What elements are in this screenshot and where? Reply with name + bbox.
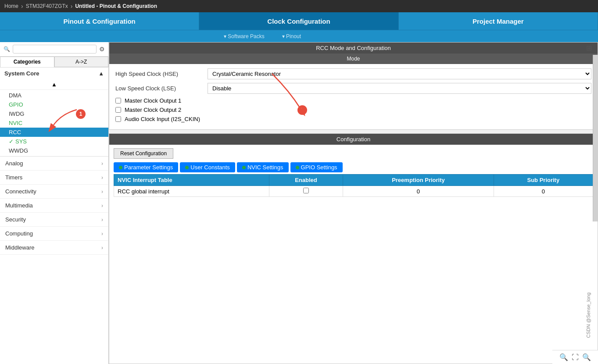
sidebar-item-wwdg[interactable]: WWDG: [0, 146, 108, 155]
sidebar-item-gpio[interactable]: GPIO: [0, 100, 108, 109]
breadcrumb-current: Untitled - Pinout & Configuration: [75, 3, 157, 9]
gear-icon[interactable]: ⚙: [99, 46, 105, 53]
i2s-checkbox[interactable]: [115, 116, 121, 122]
nvic-header-sub: Sub Priority: [494, 175, 593, 186]
zoom-out-icon[interactable]: 🔍: [559, 353, 568, 361]
tab-project[interactable]: Project Manager: [399, 12, 598, 30]
nvic-table: NVIC Interrupt Table Enabled Preemption …: [114, 174, 593, 197]
user-const-dot: [185, 166, 189, 169]
lse-select[interactable]: Disable: [208, 83, 591, 94]
breadcrumb-bar: Home › STM32F407ZGTx › Untitled - Pinout…: [0, 0, 598, 12]
up-arrow-icon: ▲: [51, 81, 57, 88]
mode-panel-body: High Speed Clock (HSE) Crystal/Ceramic R…: [109, 64, 598, 129]
sidebar-item-computing[interactable]: Computing ›: [0, 227, 108, 241]
sidebar-item-iwdg[interactable]: IWDG: [0, 109, 108, 118]
main-tab-bar: Pinout & Configuration Clock Configurati…: [0, 12, 598, 30]
analog-expand-icon: ›: [101, 161, 103, 167]
search-icon: 🔍: [4, 46, 10, 52]
mco1-label: Master Clock Output 1: [125, 97, 181, 104]
nvic-header-preemption: Preemption Priority: [343, 175, 494, 186]
mco2-label: Master Clock Output 2: [125, 107, 181, 113]
search-bar: 🔍 ⚙: [0, 42, 108, 57]
breadcrumb-device[interactable]: STM32F407ZGTx: [26, 3, 68, 9]
mco2-row: Master Clock Output 2: [115, 107, 591, 113]
system-core-section: System Core ▲ ▲ DMA GPIO IWDG NVIC: [0, 68, 108, 157]
config-tab-user-const[interactable]: User Constants: [180, 162, 235, 172]
right-scrollbar[interactable]: [593, 55, 598, 221]
connectivity-expand-icon: ›: [101, 189, 103, 195]
mode-panel: RCC Mode and Configuration Mode High Spe…: [109, 42, 598, 130]
fit-icon[interactable]: ⛶: [572, 353, 579, 361]
config-panel: Configuration Reset Configuration Parame…: [109, 133, 598, 364]
sidebar-item-rcc[interactable]: RCC: [0, 128, 108, 137]
mode-section-label: Mode: [109, 54, 598, 64]
sidebar-item-security[interactable]: Security ›: [0, 213, 108, 227]
breadcrumb-home[interactable]: Home: [4, 3, 18, 9]
sidebar-item-timers[interactable]: Timers ›: [0, 171, 108, 185]
mco1-row: Master Clock Output 1: [115, 97, 591, 104]
tab-categories[interactable]: Categories: [0, 57, 54, 67]
config-tab-gpio[interactable]: GPIO Settings: [290, 162, 343, 172]
search-input[interactable]: [13, 45, 97, 54]
mode-panel-title: RCC Mode and Configuration: [109, 43, 598, 54]
sub-tab-bar: ▾ Software Packs ▾ Pinout: [0, 30, 598, 42]
nvic-dot: [242, 166, 246, 169]
sidebar-item-sys[interactable]: ✓ SYS: [0, 137, 108, 146]
multimedia-expand-icon: ›: [101, 203, 103, 209]
hse-label: High Speed Clock (HSE): [115, 71, 203, 77]
config-panel-title: Configuration: [109, 134, 598, 145]
bottom-bar: 🔍 ⛶ 🔍: [552, 350, 598, 364]
system-core-label: System Core: [4, 70, 39, 77]
i2s-label: Audio Clock Input (I2S_CKIN): [125, 116, 200, 122]
timers-expand-icon: ›: [101, 175, 103, 181]
sidebar-tab-buttons: Categories A->Z: [0, 57, 108, 68]
sidebar-item-middleware[interactable]: Middleware ›: [0, 241, 108, 255]
watermark: CSDN @Sense_long: [586, 293, 591, 338]
nvic-row-preemption: 0: [343, 186, 494, 197]
zoom-in-icon[interactable]: 🔍: [582, 353, 591, 361]
lse-label: Low Speed Clock (LSE): [115, 85, 203, 92]
grid-icon[interactable]: ⊞: [586, 44, 592, 52]
sidebar-item-multimedia[interactable]: Multimedia ›: [0, 199, 108, 213]
middleware-expand-icon: ›: [101, 245, 103, 251]
sidebar-item-dma[interactable]: DMA: [0, 91, 108, 100]
sidebar-item-connectivity[interactable]: Connectivity ›: [0, 185, 108, 199]
nvic-header-name: NVIC Interrupt Table: [114, 175, 269, 186]
nvic-row-name: RCC global interrupt: [114, 186, 269, 197]
computing-expand-icon: ›: [101, 231, 103, 237]
system-core-chevron: ▲: [98, 70, 104, 77]
i2s-row: Audio Clock Input (I2S_CKIN): [115, 116, 591, 122]
tab-pinout[interactable]: Pinout & Configuration: [0, 12, 199, 30]
mco2-checkbox[interactable]: [115, 107, 121, 113]
nvic-enabled-checkbox[interactable]: [303, 188, 309, 193]
params-dot: [119, 166, 122, 169]
hse-field-row: High Speed Clock (HSE) Crystal/Ceramic R…: [115, 68, 591, 79]
gpio-dot: [296, 166, 299, 169]
nvic-header-enabled: Enabled: [269, 175, 343, 186]
tab-clock[interactable]: Clock Configuration: [199, 12, 398, 30]
config-tab-nvic[interactable]: NVIC Settings: [237, 162, 289, 172]
sidebar: 🔍 ⚙ Categories A->Z System Core ▲ ▲ DMA: [0, 42, 109, 364]
nvic-row-sub: 0: [494, 186, 593, 197]
config-tabs: Parameter Settings User Constants NVIC S…: [109, 162, 598, 172]
breadcrumb-sep-1: ›: [21, 3, 23, 10]
main-layout: 🔍 ⚙ Categories A->Z System Core ▲ ▲ DMA: [0, 42, 598, 364]
sub-tab-software-packs[interactable]: ▾ Software Packs: [215, 30, 273, 42]
sidebar-item-analog[interactable]: Analog ›: [0, 157, 108, 171]
security-expand-icon: ›: [101, 217, 103, 223]
system-core-header[interactable]: System Core ▲: [0, 68, 108, 79]
sub-tab-pinout[interactable]: ▾ Pinout: [273, 30, 310, 42]
system-core-items: DMA GPIO IWDG NVIC RCC ✓ SYS: [0, 90, 108, 156]
mco1-checkbox[interactable]: [115, 98, 121, 103]
sidebar-item-nvic[interactable]: NVIC: [0, 118, 108, 128]
table-row: RCC global interrupt 0 0: [114, 186, 593, 197]
reset-config-button[interactable]: Reset Configuration: [114, 148, 173, 159]
tab-az[interactable]: A->Z: [54, 57, 109, 67]
hse-select[interactable]: Crystal/Ceramic Resonator: [208, 68, 591, 79]
breadcrumb-sep-2: ›: [71, 3, 73, 10]
sort-arrows: ▲: [0, 79, 108, 90]
nvic-row-enabled[interactable]: [269, 186, 343, 197]
config-tab-params[interactable]: Parameter Settings: [114, 162, 178, 172]
sys-checkmark: ✓: [9, 138, 14, 145]
content-area: RCC Mode and Configuration Mode High Spe…: [109, 42, 598, 364]
